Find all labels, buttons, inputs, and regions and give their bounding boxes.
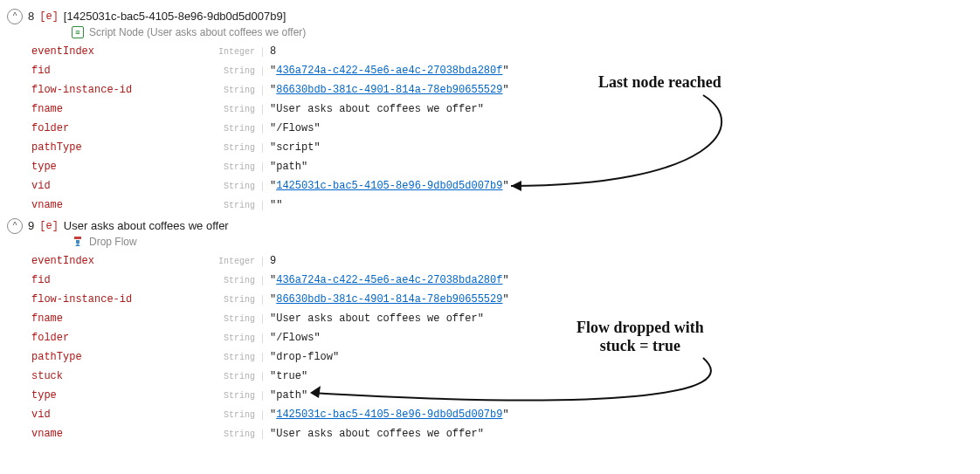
type: String [203,333,263,343]
chevron-up-icon: ^ [13,9,17,24]
event-subtitle: Drop Flow [72,236,980,248]
row-eventIndex: eventIndex Integer 9 [31,251,980,271]
event-sub-label: Drop Flow [89,236,137,248]
key: type [31,161,203,173]
val: "1425031c-bac5-4105-8e96-9db0d5d007b9" [263,180,509,192]
event-tag: [e] [39,218,59,234]
drop-flow-icon [72,236,84,248]
key: stuck [31,370,203,382]
annotation-last-node: Last node reached [598,73,721,92]
row-flow-instance-id: flow-instance-id String "86630bdb-381c-4… [31,290,980,309]
svg-rect-0 [74,237,81,239]
type: String [203,201,263,210]
collapse-toggle[interactable]: ^ [7,9,23,24]
key: pathType [31,351,203,363]
event-header: ^ 8 [e] [1425031c-bac5-4105-8e96-9db0d5d… [7,9,980,24]
val: "86630bdb-381c-4901-814a-78eb90655529" [263,293,509,306]
key: vname [31,199,203,211]
arrow-last-node-icon [502,90,790,203]
val: "script" [263,141,321,154]
val: "/Flows" [263,122,321,134]
chevron-up-icon: ^ [13,218,17,234]
event-sub-label: Script Node (User asks about coffees we … [89,26,306,38]
link-flow-instance-id[interactable]: 86630bdb-381c-4901-814a-78eb90655529 [276,84,502,96]
val: 8 [263,45,276,58]
row-fname: fname String "User asks about coffees we… [31,309,980,328]
type: String [203,143,263,153]
val: "path" [263,161,307,173]
type: String [203,66,263,76]
link-fid[interactable]: 436a724a-c422-45e6-ae4c-27038bda280f [276,274,502,286]
key: vid [31,409,203,421]
collapse-toggle[interactable]: ^ [7,218,23,234]
arrow-flow-dropped-icon [301,353,764,431]
event-subtitle: ≡ Script Node (User asks about coffees w… [72,26,980,38]
type: String [203,429,263,439]
type: String [203,295,263,305]
val: "/Flows" [263,332,321,344]
event-index: 8 [28,9,34,24]
link-flow-instance-id[interactable]: 86630bdb-381c-4901-814a-78eb90655529 [276,293,502,306]
event-index: 9 [28,218,34,234]
type: String [203,391,263,401]
type: String [203,162,263,172]
key: type [31,389,203,402]
key: pathType [31,141,203,154]
svg-rect-1 [76,240,79,244]
key: fname [31,103,203,115]
type: String [203,105,263,114]
type: Integer [203,47,263,57]
val: "436a724a-c422-45e6-ae4c-27038bda280f" [263,65,509,77]
type: String [203,314,263,324]
event-title: [1425031c-bac5-4105-8e96-9db0d5d007b9] [64,9,286,24]
key: eventIndex [31,45,203,58]
key: fid [31,65,203,77]
event-title: User asks about coffees we offer [64,218,229,234]
val: "User asks about coffees we offer" [263,313,484,325]
row-folder: folder String "/Flows" [31,328,980,347]
key: folder [31,332,203,344]
script-node-icon: ≡ [72,26,84,38]
val: "86630bdb-381c-4901-814a-78eb90655529" [263,84,509,96]
type: Integer [203,257,263,266]
type: String [203,372,263,381]
row-eventIndex: eventIndex Integer 8 [31,42,980,61]
key: folder [31,122,203,134]
key: flow-instance-id [31,84,203,96]
type: String [203,353,263,362]
type: String [203,124,263,134]
key: vid [31,180,203,192]
val: "User asks about coffees we offer" [263,103,484,115]
row-fid: fid String "436a724a-c422-45e6-ae4c-2703… [31,61,980,80]
type: String [203,276,263,285]
row-fid: fid String "436a724a-c422-45e6-ae4c-2703… [31,271,980,290]
val: "436a724a-c422-45e6-ae4c-27038bda280f" [263,274,509,286]
type: String [203,182,263,191]
link-vid[interactable]: 1425031c-bac5-4105-8e96-9db0d5d007b9 [276,180,502,192]
svg-marker-3 [310,386,321,398]
type: String [203,410,263,420]
svg-marker-2 [511,181,521,191]
key: fid [31,274,203,286]
annotation-flow-dropped: Flow dropped with stuck = true [576,319,704,354]
key: fname [31,313,203,325]
key: vname [31,428,203,440]
type: String [203,86,263,95]
key: flow-instance-id [31,293,203,306]
link-fid[interactable]: 436a724a-c422-45e6-ae4c-27038bda280f [276,65,502,77]
key: eventIndex [31,255,203,267]
val: 9 [263,255,276,267]
event-header: ^ 9 [e] User asks about coffees we offer [7,218,980,234]
val: "" [263,199,282,211]
event-tag: [e] [39,9,59,24]
